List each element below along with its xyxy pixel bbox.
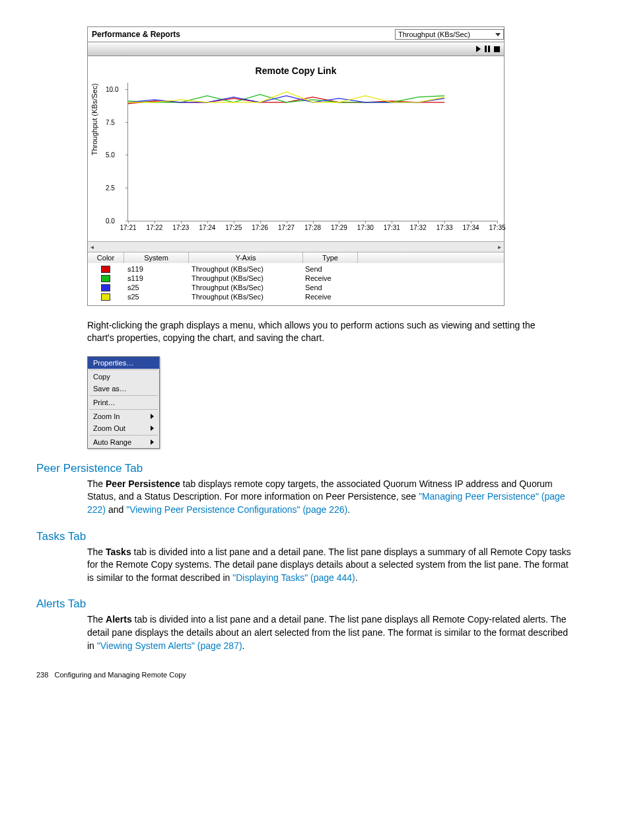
chart-toolbar xyxy=(88,42,504,56)
pause-icon[interactable] xyxy=(485,46,490,52)
submenu-arrow-icon xyxy=(151,414,154,419)
body-paragraph-1: Right-clicking the graph displays a menu… xyxy=(87,319,563,344)
link-viewing-peer-persistence[interactable]: "Viewing Peer Persistence Configurations… xyxy=(126,504,347,515)
legend-row[interactable]: s25Throughput (KBs/Sec)Receive xyxy=(88,292,504,301)
menu-zoom-in[interactable]: Zoom In xyxy=(88,410,159,422)
page-number: 238 xyxy=(36,671,48,679)
chevron-down-icon xyxy=(495,33,501,36)
scroll-left-icon[interactable]: ◂ xyxy=(90,243,94,250)
section-peer-persistence-title: Peer Persistence Tab xyxy=(36,462,594,475)
link-viewing-system-alerts[interactable]: "Viewing System Alerts" (page 287) xyxy=(97,640,242,651)
legend-row[interactable]: s119Throughput (KBs/Sec)Receive xyxy=(88,274,504,283)
play-icon[interactable] xyxy=(476,46,481,52)
panel-header: Performance & Reports Throughput (KBs/Se… xyxy=(88,27,504,42)
menu-separator xyxy=(89,435,158,436)
submenu-arrow-icon xyxy=(151,439,154,445)
chart-title: Remote Copy Link xyxy=(88,56,504,76)
page-footer: 238 Configuring and Managing Remote Copy xyxy=(36,671,594,679)
legend-body: s119Throughput (KBs/Sec)Sends119Throughp… xyxy=(88,263,504,305)
section-tasks-body: The Tasks tab is divided into a list pan… xyxy=(87,546,576,585)
panel-title: Performance & Reports xyxy=(92,30,180,39)
section-alerts-title: Alerts Tab xyxy=(36,597,594,611)
performance-reports-panel: Performance & Reports Throughput (KBs/Se… xyxy=(87,26,505,306)
menu-separator xyxy=(89,395,158,396)
submenu-arrow-icon xyxy=(151,426,154,431)
legend-header-yaxis[interactable]: Y-Axis xyxy=(189,252,303,263)
menu-print[interactable]: Print… xyxy=(88,397,159,408)
legend-header-system[interactable]: System xyxy=(124,252,189,263)
scroll-right-icon[interactable]: ▸ xyxy=(498,243,501,250)
menu-separator xyxy=(89,369,158,370)
menu-zoom-out[interactable]: Zoom Out xyxy=(88,422,159,434)
metric-dropdown[interactable]: Throughput (KBs/Sec) xyxy=(395,29,504,40)
menu-separator xyxy=(89,409,158,410)
chart-svg xyxy=(128,83,497,221)
link-displaying-tasks[interactable]: "Displaying Tasks" (page 444) xyxy=(232,572,355,583)
metric-dropdown-value: Throughput (KBs/Sec) xyxy=(398,30,470,38)
section-peer-persistence-body: The Peer Persistence tab displays remote… xyxy=(87,478,576,517)
menu-save-as[interactable]: Save as… xyxy=(88,383,159,395)
legend-row[interactable]: s25Throughput (KBs/Sec)Send xyxy=(88,283,504,292)
legend-header-type[interactable]: Type xyxy=(303,252,358,263)
chart-plot-box: 0.02.55.07.510.017:2117:2217:2317:2417:2… xyxy=(127,83,497,221)
chart-context-menu: Properties… Copy Save as… Print… Zoom In… xyxy=(87,356,160,449)
chart-y-label: Throughput (KBs/Sec) xyxy=(90,83,98,155)
section-tasks-title: Tasks Tab xyxy=(36,530,594,543)
chart-area[interactable]: Remote Copy Link Throughput (KBs/Sec) 0.… xyxy=(88,56,504,241)
chapter-name: Configuring and Managing Remote Copy xyxy=(55,671,186,679)
section-alerts-body: The Alerts tab is divided into a list pa… xyxy=(87,613,576,652)
stop-icon[interactable] xyxy=(494,46,500,52)
menu-auto-range[interactable]: Auto Range xyxy=(88,436,159,448)
legend-row[interactable]: s119Throughput (KBs/Sec)Send xyxy=(88,264,504,274)
legend-header-color[interactable]: Color xyxy=(88,252,124,263)
chart-scrollbar[interactable]: ◂ ▸ xyxy=(88,241,504,252)
menu-properties[interactable]: Properties… xyxy=(88,357,159,369)
legend-header: Color System Y-Axis Type xyxy=(88,252,504,263)
menu-copy[interactable]: Copy xyxy=(88,371,159,383)
